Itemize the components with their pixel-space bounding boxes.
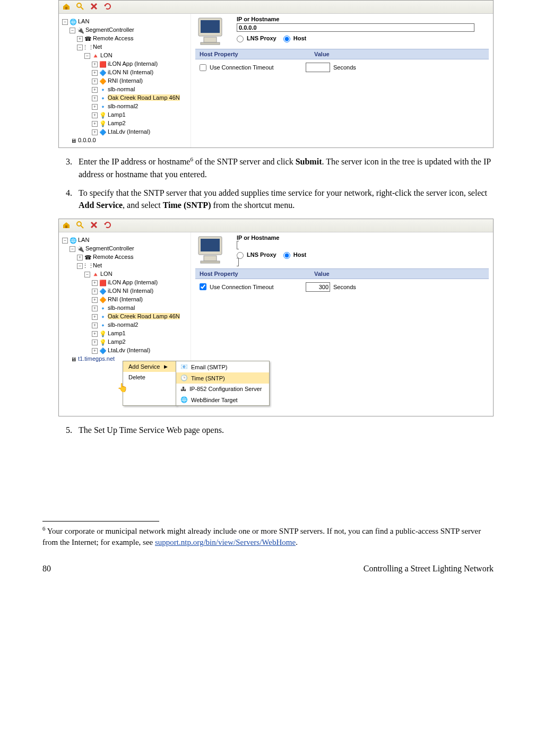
ip-input[interactable] (237, 23, 474, 32)
property-row: Use Connection Timeout Seconds (195, 279, 489, 295)
server-image-icon (195, 234, 229, 264)
step-4: To specify that the SNTP server that you… (74, 187, 494, 211)
radio-host[interactable]: Host (283, 251, 307, 258)
tree-item[interactable]: +🔷iLON NI (Internal) (92, 68, 188, 76)
tree-root[interactable]: −🌐LAN −🔌SegmentController +☎Remote Acces… (62, 236, 188, 363)
menu-add-service[interactable]: Add Service▶ (123, 361, 176, 372)
tree-pane: −🌐LAN −🔌SegmentController +☎Remote Acces… (59, 232, 191, 366)
tree-item[interactable]: +💡Lamp2 (92, 337, 188, 346)
refresh-icon[interactable] (103, 221, 112, 230)
globe-icon: 🌐 (180, 396, 188, 403)
timeout-input[interactable] (306, 282, 330, 292)
svg-rect-17 (201, 261, 220, 263)
footnote-separator (42, 521, 159, 522)
footnote: 6 Your corporate or municipal network mi… (42, 525, 494, 548)
properties-pane: IP or Hostname LNS Proxy Host Host Prope… (191, 232, 493, 366)
clock-icon: 🕒 (180, 375, 188, 381)
tree-item[interactable]: +🔷LtaLdv (Internal) (92, 127, 188, 136)
tree-lon[interactable]: −🔺LON +🟥iLON App (Internal) +🔷iLON NI (I… (84, 51, 188, 136)
svg-point-10 (77, 222, 81, 226)
tree-item-highlight[interactable]: +🔹Oak Creek Road Lamp 46N (92, 312, 188, 320)
menu-delete[interactable]: Delete (123, 372, 176, 383)
svg-line-2 (81, 7, 83, 10)
property-header: Host PropertyValue (195, 268, 489, 279)
home-icon[interactable] (62, 2, 71, 12)
page-footer: 80 Controlling a Street Lighting Network (42, 564, 494, 573)
delete-icon[interactable] (90, 2, 98, 12)
submenu-time[interactable]: 🕒Time (SNTP) (176, 372, 269, 384)
tree-remote[interactable]: +☎Remote Access (77, 253, 188, 261)
context-menu: Add Service▶ Delete (123, 361, 177, 406)
tree-remote[interactable]: +☎Remote Access (77, 34, 188, 42)
submenu-ip852[interactable]: 🖧IP-852 Configuration Server (176, 384, 269, 394)
tree-item[interactable]: +🟥iLON App (Internal) (92, 278, 188, 286)
property-row: Use Connection Timeout Seconds (195, 59, 489, 75)
svg-rect-7 (204, 37, 217, 42)
context-menu-wrap: Add Service▶ Delete 📧Email (SMTP) 🕒Time … (123, 361, 493, 406)
ip-input[interactable]: LNS Proxy Host (237, 241, 489, 266)
refresh-icon[interactable] (103, 2, 112, 12)
screenshot-1: −🌐LAN −🔌SegmentController +☎Remote Acces… (58, 0, 494, 148)
instruction-list-2: The Set Up Time Service Web page opens. (74, 424, 494, 436)
tree-item[interactable]: +🔹slb-normal (92, 85, 188, 93)
radio-host[interactable]: Host (283, 35, 307, 41)
server-icon: 🖧 (180, 386, 186, 392)
search-icon[interactable] (76, 2, 84, 12)
tree-item[interactable]: +🔶RNI (Internal) (92, 295, 188, 303)
tree-item[interactable]: +🔷LtaLdv (Internal) (92, 346, 188, 354)
tree-pane: −🌐LAN −🔌SegmentController +☎Remote Acces… (59, 14, 191, 147)
context-submenu: 📧Email (SMTP) 🕒Time (SNTP) 🖧IP-852 Confi… (176, 361, 270, 406)
tree-item[interactable]: +🔹slb-normal2 (92, 102, 188, 110)
timeout-input[interactable] (306, 63, 330, 72)
submenu-email[interactable]: 📧Email (SMTP) (176, 361, 269, 372)
home-icon[interactable] (62, 221, 71, 230)
page-number: 80 (42, 564, 51, 573)
tree-root[interactable]: −🌐LAN −🔌SegmentController +☎Remote Acces… (62, 17, 188, 144)
svg-rect-0 (65, 7, 67, 10)
server-image-icon (195, 16, 229, 46)
svg-point-1 (77, 3, 81, 7)
properties-pane: IP or Hostname LNS Proxy Host Host Prope… (191, 14, 493, 147)
radio-lns[interactable]: LNS Proxy (237, 35, 276, 41)
timeout-checkbox[interactable] (200, 283, 206, 290)
search-icon[interactable] (76, 221, 84, 230)
tree-item[interactable]: +🔹slb-normal (92, 303, 188, 312)
tree-segment[interactable]: −🔌SegmentController +☎Remote Access −⋮⋮N… (70, 244, 188, 354)
tree-segment[interactable]: −🔌SegmentController +☎Remote Access −⋮⋮N… (70, 25, 188, 136)
svg-rect-16 (204, 256, 217, 261)
footer-title: Controlling a Street Lighting Network (364, 564, 494, 573)
timeout-checkbox[interactable] (200, 64, 206, 71)
tree-item[interactable]: +💡Lamp1 (92, 329, 188, 337)
radio-lns[interactable]: LNS Proxy (237, 251, 276, 258)
toolbar (59, 219, 493, 232)
tree-item[interactable]: +🟥iLON App (Internal) (92, 59, 188, 68)
email-icon: 📧 (180, 363, 188, 370)
submenu-webbinder[interactable]: 🌐WebBinder Target (176, 394, 269, 405)
tree-item[interactable]: +💡Lamp1 (92, 110, 188, 119)
tree-item-highlight[interactable]: +🔹Oak Creek Road Lamp 46N (92, 93, 188, 102)
tree-server[interactable]: 🖥0.0.0.0 (70, 136, 188, 144)
step-3: Enter the IP address or hostname6 of the… (74, 155, 494, 180)
footnote-link[interactable]: support.ntp.org/bin/view/Servers/WebHome (155, 538, 296, 546)
svg-rect-6 (201, 20, 220, 33)
toolbar (59, 1, 493, 14)
tree-lon[interactable]: −🔺LON +🟥iLON App (Internal) +🔷iLON NI (I… (84, 270, 188, 354)
step-5: The Set Up Time Service Web page opens. (74, 424, 494, 436)
tree-item[interactable]: +🔹slb-normal2 (92, 320, 188, 329)
tree-item[interactable]: +💡Lamp2 (92, 119, 188, 127)
ip-label: IP or Hostname (237, 16, 489, 22)
svg-line-11 (81, 225, 83, 228)
ip-label: IP or Hostname (237, 234, 489, 241)
instruction-list: Enter the IP address or hostname6 of the… (74, 155, 494, 211)
svg-rect-9 (65, 225, 67, 228)
tree-item[interactable]: +🔷iLON NI (Internal) (92, 286, 188, 295)
svg-rect-8 (201, 42, 220, 45)
tree-net[interactable]: −⋮⋮Net −🔺LON +🟥iLON App (Internal) +🔷iLO… (77, 42, 188, 136)
tree-item[interactable]: +🔶RNI (Internal) (92, 76, 188, 85)
tree-net[interactable]: −⋮⋮Net −🔺LON +🟥iLON App (Internal) +🔷iLO… (77, 261, 188, 354)
property-header: Host PropertyValue (195, 49, 489, 59)
delete-icon[interactable] (90, 221, 98, 230)
svg-rect-15 (201, 239, 220, 251)
screenshot-2: −🌐LAN −🔌SegmentController +☎Remote Acces… (58, 219, 494, 416)
